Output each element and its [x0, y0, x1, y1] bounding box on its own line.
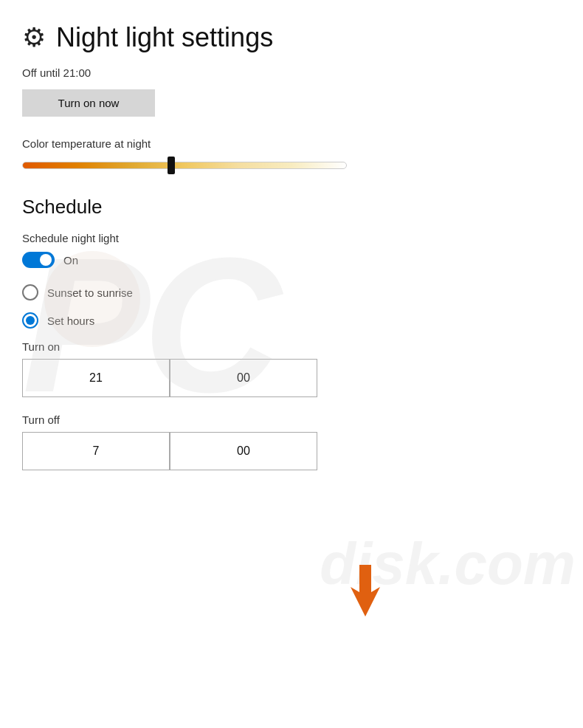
color-temperature-slider[interactable]	[22, 157, 347, 174]
turn-off-inputs: 7 00	[22, 432, 317, 470]
sunset-radio-label: Sunset to sunrise	[47, 286, 133, 299]
radio-selected-dot	[26, 316, 35, 325]
turn-on-minute[interactable]: 00	[170, 359, 317, 397]
toggle-label: On	[63, 254, 78, 267]
status-text: Off until 21:00	[22, 66, 561, 79]
arrow-down-icon	[339, 561, 391, 620]
turn-off-label: Turn off	[22, 413, 561, 426]
toggle-knob	[40, 254, 52, 266]
turn-on-label: Turn on	[22, 340, 561, 353]
svg-marker-1	[351, 565, 380, 617]
turn-off-minute[interactable]: 00	[170, 432, 317, 470]
schedule-toggle[interactable]	[22, 252, 55, 268]
sunset-radio-row[interactable]: Sunset to sunrise	[22, 284, 561, 301]
sunset-radio-button[interactable]	[22, 284, 38, 301]
turn-on-inputs: 21 00	[22, 359, 317, 397]
schedule-toggle-row: On	[22, 252, 561, 268]
schedule-heading: Schedule	[22, 196, 561, 219]
turn-on-now-button[interactable]: Turn on now	[22, 89, 155, 117]
schedule-night-light-label: Schedule night light	[22, 232, 561, 244]
page-header: ⚙ Night light settings	[22, 22, 561, 53]
turn-off-hour[interactable]: 7	[22, 432, 170, 470]
sethours-radio-button[interactable]	[22, 312, 38, 329]
slider-track	[22, 162, 347, 169]
page-title: Night light settings	[56, 22, 273, 53]
turn-on-hour[interactable]: 21	[22, 359, 170, 397]
color-temperature-label: Color temperature at night	[22, 137, 561, 150]
slider-thumb[interactable]	[168, 157, 175, 174]
sethours-radio-label: Set hours	[47, 315, 94, 327]
sethours-radio-row[interactable]: Set hours	[22, 312, 561, 329]
gear-icon: ⚙	[22, 24, 46, 51]
